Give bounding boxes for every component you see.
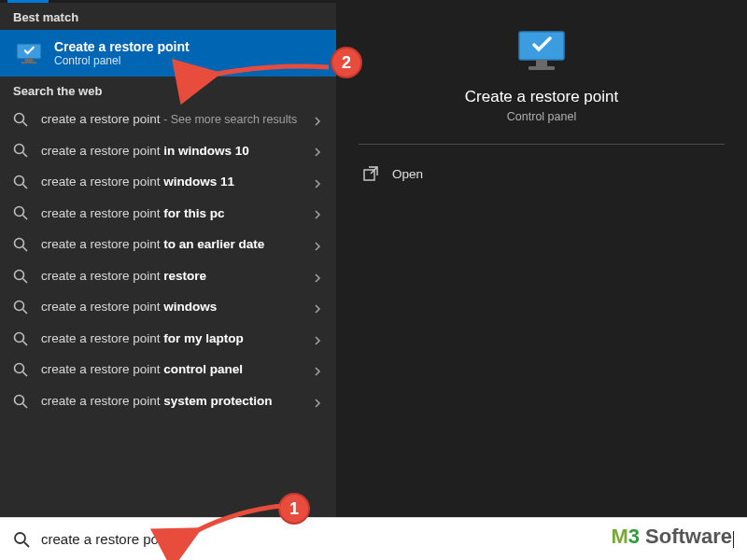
web-result-text: create a restore point for this pc (41, 205, 312, 222)
web-result-text: create a restore point - See more search… (41, 111, 312, 128)
chevron-right-icon (312, 207, 323, 218)
chevron-right-icon (312, 333, 323, 344)
brand-watermark: M3 Software (611, 525, 732, 549)
best-match-header: Best match (0, 3, 336, 30)
web-result-text: create a restore point to an earlier dat… (41, 236, 312, 253)
search-icon (13, 394, 28, 409)
web-result-text: create a restore point control panel (41, 361, 312, 378)
best-match-text: Create a restore point Control panel (54, 39, 190, 67)
chevron-right-icon (312, 239, 323, 250)
web-result-text: create a restore point system protection (41, 393, 312, 410)
svg-point-5 (15, 175, 24, 185)
svg-point-3 (15, 113, 24, 122)
chevron-right-icon (312, 396, 323, 407)
search-icon (13, 362, 28, 377)
web-result-item[interactable]: create a restore point in windows 10 (0, 135, 336, 167)
web-result-text: create a restore point restore (41, 268, 312, 285)
search-icon (13, 237, 28, 252)
web-result-item[interactable]: create a restore point control panel (0, 354, 336, 385)
search-icon (13, 143, 28, 158)
open-label: Open (392, 167, 423, 181)
svg-rect-1 (25, 59, 33, 63)
svg-rect-15 (529, 66, 555, 70)
open-action[interactable]: Open (359, 158, 725, 189)
svg-point-10 (15, 332, 24, 342)
preview-panel: Create a restore point Control panel Ope… (336, 0, 747, 517)
callout-2: 2 (331, 47, 362, 78)
divider (359, 144, 725, 145)
svg-point-4 (15, 145, 24, 154)
web-result-text: create a restore point in windows 10 (41, 143, 312, 160)
search-icon (13, 205, 28, 220)
search-icon (13, 331, 28, 346)
svg-point-9 (15, 301, 24, 311)
callout-1: 1 (278, 493, 310, 525)
chevron-right-icon (312, 176, 323, 188)
chevron-right-icon (312, 301, 323, 313)
chevron-right-icon (312, 271, 323, 282)
web-header: Search the web (0, 77, 336, 104)
preview-subtitle: Control panel (359, 110, 725, 123)
svg-point-8 (15, 270, 24, 279)
svg-point-17 (15, 533, 25, 543)
chevron-right-icon (312, 114, 323, 125)
web-result-item[interactable]: create a restore point to an earlier dat… (0, 229, 336, 260)
best-match-result[interactable]: Create a restore point Control panel (0, 30, 336, 77)
results-panel: Best match Create a restore point Contro… (0, 0, 336, 517)
search-icon (13, 531, 30, 548)
search-icon (13, 112, 28, 127)
chevron-right-icon (312, 364, 323, 375)
web-result-item[interactable]: create a restore point system protection (0, 385, 336, 417)
web-result-item[interactable]: create a restore point for my laptop (0, 323, 336, 355)
web-result-item[interactable]: create a restore point windows (0, 291, 336, 323)
best-match-subtitle: Control panel (54, 54, 190, 67)
svg-point-12 (15, 395, 24, 404)
svg-point-11 (15, 364, 24, 373)
web-result-text: create a restore point for my laptop (41, 330, 312, 347)
best-match-title: Create a restore point (54, 39, 190, 54)
restore-point-icon (13, 37, 45, 69)
preview-title: Create a restore point (359, 88, 725, 106)
svg-rect-2 (21, 62, 37, 63)
web-results-list: create a restore point - See more search… (0, 104, 336, 517)
svg-point-6 (15, 207, 24, 217)
svg-rect-14 (536, 60, 547, 66)
chevron-right-icon (312, 145, 323, 156)
search-icon (13, 269, 28, 284)
start-search-panel: Best match Create a restore point Contro… (0, 0, 747, 517)
web-result-text: create a restore point windows 11 (41, 174, 312, 190)
search-icon (13, 300, 28, 315)
web-result-item[interactable]: create a restore point - See more search… (0, 104, 336, 135)
web-result-text: create a restore point windows (41, 299, 312, 315)
svg-point-7 (15, 238, 24, 247)
text-caret (733, 531, 734, 548)
open-icon (362, 165, 379, 182)
web-result-item[interactable]: create a restore point for this pc (0, 198, 336, 230)
search-icon (13, 175, 28, 189)
preview-restore-icon (514, 28, 570, 73)
web-result-item[interactable]: create a restore point windows 11 (0, 166, 336, 198)
web-result-item[interactable]: create a restore point restore (0, 260, 336, 292)
